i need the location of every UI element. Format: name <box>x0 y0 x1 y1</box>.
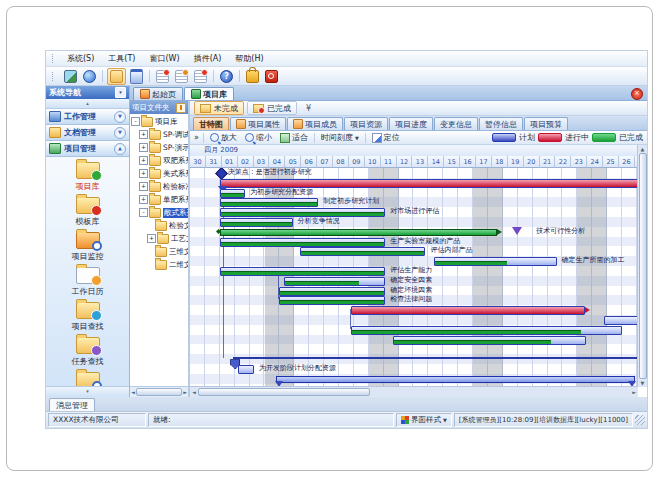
ui-style-dropdown[interactable]: 界面样式 <box>396 413 452 427</box>
gantt-task-bar[interactable] <box>279 296 385 305</box>
expand-icon[interactable]: + <box>139 195 148 204</box>
chevron-down-icon[interactable]: ▼ <box>114 111 126 123</box>
message-management-tab[interactable]: 消息管理 <box>49 398 95 411</box>
toolbar-overflow-button[interactable]: » <box>194 133 199 142</box>
report-stat-button[interactable] <box>192 69 209 84</box>
pin-icon[interactable] <box>176 103 186 113</box>
locate-button[interactable]: 定位 <box>370 132 402 143</box>
nav-footer-strip[interactable] <box>46 386 129 397</box>
expand-icon[interactable]: + <box>139 182 148 191</box>
gantt-task-bar[interactable] <box>604 316 638 325</box>
tab-项目预算[interactable]: 项目预算 <box>524 117 568 130</box>
tree-horizontal-scrollbar[interactable]: ◄ ► <box>130 386 188 397</box>
tab-变更信息[interactable]: 变更信息 <box>434 117 478 130</box>
sidebar-item-project-monitor[interactable]: 项目监控 <box>46 230 129 265</box>
tree-node[interactable]: 二维文件 <box>130 258 188 271</box>
menu-item[interactable]: 窗口(W) <box>142 53 186 64</box>
scrollbar-thumb[interactable] <box>136 388 182 396</box>
tree-node[interactable]: 检验文件 <box>130 219 188 232</box>
gantt-task-bar[interactable] <box>300 247 425 256</box>
gantt-task-bar[interactable] <box>220 179 638 188</box>
scroll-left-icon[interactable]: ◄ <box>131 389 135 395</box>
zoom-out-button[interactable]: 缩小 <box>243 132 274 143</box>
scrollbar-thumb[interactable] <box>198 388 370 396</box>
expand-icon[interactable]: + <box>139 143 148 152</box>
gantt-summary-line[interactable] <box>233 357 638 359</box>
sidebar-item-work-calendar[interactable]: 工作日历 <box>46 265 129 300</box>
tab-甘特图[interactable]: 甘特图 <box>193 117 229 130</box>
tree-node[interactable]: +单肥系列 <box>130 193 188 206</box>
tree-node[interactable]: +工艺文件 <box>130 232 188 245</box>
collapse-icon[interactable] <box>147 222 154 229</box>
lock-button[interactable] <box>244 69 261 84</box>
tab-项目属性[interactable]: 项目属性 <box>230 117 286 130</box>
gantt-task-bar[interactable] <box>220 189 245 198</box>
gantt-task-bar[interactable] <box>434 257 556 266</box>
gantt-vertical-scrollbar[interactable]: ▲ ▼ <box>637 145 647 387</box>
collapse-icon[interactable] <box>147 248 154 255</box>
chevron-down-icon[interactable]: ▼ <box>114 127 126 139</box>
logout-button[interactable] <box>263 69 280 84</box>
doc-tab[interactable]: 项目库 <box>184 87 234 100</box>
scroll-right-icon[interactable]: ► <box>632 389 636 395</box>
gantt-summary-plan-bar[interactable] <box>276 376 634 383</box>
zoom-in-button[interactable]: 放大 <box>208 132 239 143</box>
gantt-task-bar[interactable] <box>220 218 293 227</box>
doc-tab[interactable]: 起始页 <box>133 87 183 100</box>
folder-window-button[interactable] <box>107 68 126 85</box>
expand-icon[interactable]: + <box>139 156 148 165</box>
tab-暂停信息[interactable]: 暂停信息 <box>479 117 523 130</box>
collapse-icon[interactable] <box>147 261 154 268</box>
globe-button[interactable] <box>81 69 98 84</box>
gantt-task-bar[interactable] <box>220 238 385 247</box>
menu-item[interactable]: 系统(S) <box>60 53 101 64</box>
expand-icon[interactable]: + <box>147 234 156 243</box>
sidebar-item-project-search[interactable]: 项目查找 <box>46 300 129 335</box>
sidebar-item-template-library[interactable]: 模板库 <box>46 195 129 230</box>
tree-node[interactable]: +SP-演示机系 <box>130 141 188 154</box>
collapse-icon[interactable]: - <box>131 117 140 126</box>
gantt-task-bar[interactable] <box>238 365 254 374</box>
gantt-task-bar[interactable] <box>351 326 622 335</box>
collapse-icon[interactable]: - <box>139 208 148 217</box>
help-button[interactable] <box>218 69 235 84</box>
scrollbar-thumb[interactable] <box>639 153 647 379</box>
report-chart-button[interactable] <box>173 69 190 84</box>
window-button[interactable] <box>128 69 145 84</box>
close-tab-icon[interactable] <box>631 88 643 100</box>
expand-icon[interactable]: + <box>139 169 148 178</box>
nav-collapse-strip[interactable] <box>46 99 129 109</box>
gantt-task-bar[interactable] <box>220 267 385 276</box>
scroll-down-icon[interactable]: ▼ <box>641 380 645 386</box>
desktop-button[interactable] <box>62 69 79 84</box>
fit-button[interactable]: 适合 <box>278 132 310 143</box>
sidebar-item-project-doc-search[interactable]: 项目文档查找 <box>46 370 129 386</box>
nav-panel-menu-button[interactable]: ▾ <box>115 87 126 98</box>
tree-node[interactable]: -敞式系列 <box>130 206 188 219</box>
gantt-task-bar[interactable] <box>351 306 585 315</box>
menu-item[interactable]: 工具(T) <box>101 53 142 64</box>
tab-项目进度[interactable]: 项目进度 <box>389 117 433 130</box>
complete-filter-button[interactable]: 已完成 <box>247 101 297 115</box>
nav-group-header[interactable]: 文档管理▼ <box>46 125 129 141</box>
expand-icon[interactable]: + <box>139 130 148 139</box>
tab-项目资源[interactable]: 项目资源 <box>344 117 388 130</box>
nav-group-header[interactable]: 项目管理▲ <box>46 141 129 157</box>
gantt-task-bar[interactable] <box>220 198 318 207</box>
gantt-horizontal-scrollbar[interactable]: ◄ ► <box>190 386 638 397</box>
timescale-dropdown[interactable]: 时间刻度 <box>319 132 361 143</box>
tab-项目成员[interactable]: 项目成员 <box>287 117 343 130</box>
chevron-up-icon[interactable]: ▲ <box>114 143 126 155</box>
sidebar-item-task-search[interactable]: 任务查找 <box>46 335 129 370</box>
gantt-task-bar[interactable] <box>284 277 385 286</box>
gantt-task-bar[interactable] <box>279 287 385 296</box>
menu-item[interactable]: 插件(A) <box>187 53 229 64</box>
menu-item[interactable]: 帮助(H) <box>228 53 270 64</box>
tree-node[interactable]: +双肥系列 <box>130 154 188 167</box>
resize-grip[interactable] <box>635 415 645 425</box>
tree-node[interactable]: +SP-调试机系 <box>130 128 188 141</box>
incomplete-filter-button[interactable]: 未完成 <box>194 101 244 115</box>
scroll-left-icon[interactable]: ◄ <box>192 389 196 395</box>
scroll-up-icon[interactable]: ▲ <box>641 146 645 152</box>
gantt-summary-bar[interactable] <box>220 229 498 236</box>
